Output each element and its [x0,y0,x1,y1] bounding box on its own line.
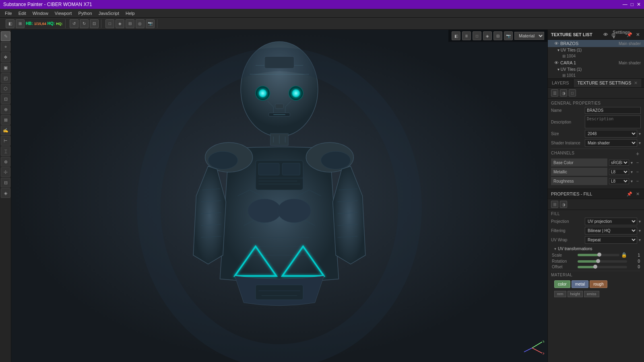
tab-layers[interactable]: LAYERS [548,79,574,87]
grid-btn[interactable]: ⊡ [90,19,99,28]
fill-circular-icon[interactable]: ◑ [560,201,567,208]
picker-tool[interactable]: ⌶ [1,146,10,156]
filtering-select[interactable]: Bilinear | HQ [585,227,637,234]
menu-file[interactable]: File [2,10,15,16]
channel-metallic-remove[interactable]: − [634,169,641,174]
projection-arrow[interactable]: ▾ [639,219,641,224]
fill-pin-icon[interactable]: 📌 [626,191,633,197]
channel-basecolor-remove[interactable]: − [634,160,641,165]
redo-btn[interactable]: ↻ [80,19,89,28]
brazos-uv-tiles[interactable]: ▾ UV Tiles (1) [548,47,644,53]
projection-select[interactable]: UV projection [585,218,637,225]
cara1-eye-icon[interactable]: 👁 [554,60,559,65]
offset-slider-track[interactable] [578,266,627,268]
mat-btn-height[interactable]: height [568,291,583,297]
menu-python[interactable]: Python [75,10,95,16]
uvwrap-select[interactable]: Repeat [585,236,637,244]
2d-view-btn[interactable]: □ [105,19,114,28]
cara1-uv-tiles[interactable]: ▾ UV Tiles (1) [548,66,644,72]
scale-slider-thumb[interactable] [597,253,601,257]
channel-roughness-remove[interactable]: − [634,179,641,183]
undo-btn[interactable]: ↺ [70,19,78,28]
texture-set-eye-icon[interactable]: 👁 [602,31,609,38]
3d-view-btn[interactable]: ◈ [116,19,124,28]
mat-btn-metal[interactable]: metal [572,280,588,288]
tab-close-icon[interactable]: ✕ [634,80,638,85]
paint-bucket-tool[interactable]: ⊡ [1,94,10,104]
viewport-3d-btn[interactable]: □ [473,31,481,40]
shader-dropdown-arrow[interactable]: ▾ [639,141,641,145]
smudge-tool[interactable]: ⌖ [1,42,10,51]
viewport-cam-btn[interactable]: 📷 [504,31,513,40]
brazos-tile-1004[interactable]: ⊞ 1004 [548,53,644,59]
bake-tool[interactable]: ◈ [1,188,10,198]
pan-tool[interactable]: ☩ [1,167,10,177]
transform-tool[interactable]: ⊕ [1,105,10,114]
cara1-tile-1001[interactable]: ⊞ 1001 [548,72,644,78]
fill-close-icon[interactable]: ✕ [634,191,641,197]
mat-btn-emiss[interactable]: emiss [584,291,599,297]
mirror-tool[interactable]: ⊟ [1,178,10,187]
menu-edit[interactable]: Edit [15,10,29,16]
viewport-2d-btn[interactable]: ◧ [452,31,460,40]
viewport-pause-btn[interactable]: ⏸ [462,31,471,40]
tool-btn-1[interactable]: ◧ [6,19,14,28]
split-view-btn[interactable]: ⊟ [126,19,134,28]
texture-set-brazos[interactable]: 👁 BRAZOS Main shader [548,40,644,47]
roughness-dropdown[interactable]: ▾ [631,179,633,183]
mat-btn-nrm[interactable]: nrm [554,291,566,297]
add-channel-btn[interactable]: + [634,150,641,157]
fill-tool[interactable]: ▣ [1,63,10,72]
scale-lock-icon[interactable]: 🔒 [621,252,627,258]
uvwrap-arrow[interactable]: ▾ [639,238,641,242]
minimize-btn[interactable]: — [623,2,627,7]
desc-textarea[interactable] [585,115,641,128]
rotation-slider-track[interactable] [578,260,627,263]
channel-basecolor-format[interactable]: sRGB8 [609,160,629,166]
size-dropdown-arrow[interactable]: ▾ [639,132,641,136]
clone-tool[interactable]: ❖ [1,52,10,62]
layers-mask-icon[interactable]: ◑ [560,89,567,97]
texture-set-cara1[interactable]: 👁 CARA 1 Main shader [548,59,644,66]
polygon-fill-tool[interactable]: ⬡ [1,84,10,93]
menu-javascript[interactable]: JavaScript [95,10,122,16]
filtering-arrow[interactable]: ▾ [639,228,641,233]
geom-fill-tool[interactable]: ◰ [1,73,10,83]
viewport-hdr-btn[interactable]: ◈ [483,31,492,40]
window-controls[interactable]: — □ ✕ [623,2,641,7]
mat-btn-rough[interactable]: rough [590,280,607,288]
basecolor-dropdown[interactable]: ▾ [631,160,633,165]
settings-label[interactable]: Settings ▾ [618,31,625,38]
close-btn[interactable]: ✕ [637,2,641,7]
maximize-btn[interactable]: □ [631,2,634,7]
name-input[interactable] [585,107,641,114]
viewport[interactable]: ◧ ⏸ □ ◈ ⊟ 📷 Material Y X [11,30,547,362]
viewport-split-btn[interactable]: ⊟ [493,31,502,40]
scale-slider-track[interactable] [578,254,619,256]
zoom-tool[interactable]: ⊕ [1,157,10,167]
env-btn[interactable]: ◎ [136,19,144,28]
menu-viewport[interactable]: Viewport [52,10,75,16]
channel-roughness-format[interactable]: L8 [609,178,629,184]
size-select[interactable]: 2048 1024 4096 [585,130,637,138]
camera-btn[interactable]: 📷 [146,19,155,28]
fill-stack-icon[interactable]: ☰ [551,201,558,208]
layers-stack-icon[interactable]: ☰ [551,89,558,97]
annotation-tool[interactable]: ✍ [1,125,10,135]
channel-metallic-format[interactable]: L8 [609,169,629,175]
texture-set-pin-icon[interactable]: 📌 [626,31,633,38]
texture-set-close-icon[interactable]: ✕ [634,31,641,38]
menu-help[interactable]: Help [122,10,138,16]
offset-slider-thumb[interactable] [593,265,597,269]
tool-btn-2[interactable]: ⊞ [16,19,25,28]
tab-texture-set-settings[interactable]: TEXTURE SET SETTINGS ✕ [574,79,642,87]
crop-tool[interactable]: ⊠ [1,115,10,125]
paint-tool[interactable]: ✎ [1,31,10,41]
shader-select[interactable]: Main shader [585,139,637,147]
rotation-slider-thumb[interactable] [596,259,600,263]
layers-channel-icon[interactable]: □ [569,89,576,97]
measure-tool[interactable]: ⊢ [1,136,10,146]
mat-btn-color[interactable]: color [554,280,570,288]
material-dropdown[interactable]: Material [514,32,544,40]
metallic-dropdown[interactable]: ▾ [631,170,633,174]
